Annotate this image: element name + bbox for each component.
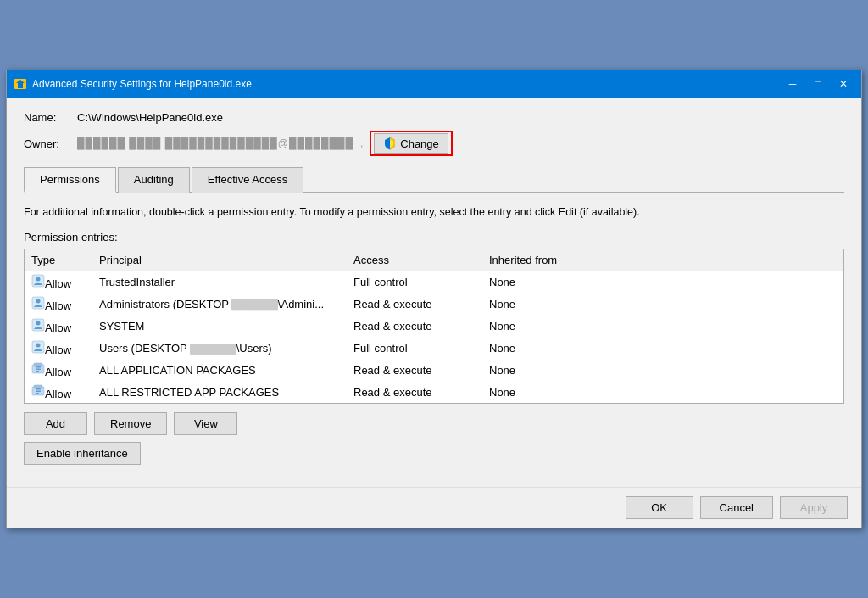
package-icon <box>31 362 45 376</box>
row-access: Full control <box>347 337 482 359</box>
row-principal: Administrators (DESKTOP ███████\Admini..… <box>92 293 347 315</box>
window-controls: ─ □ ✕ <box>782 75 854 92</box>
permissions-table: Type Principal Access Inherited from All… <box>25 249 843 404</box>
row-type: Allow <box>45 344 71 356</box>
remove-button[interactable]: Remove <box>94 412 167 435</box>
permission-entries-label: Permission entries: <box>24 231 844 243</box>
window-title: Advanced Security Settings for HelpPane0… <box>32 78 776 90</box>
title-bar: Advanced Security Settings for HelpPane0… <box>7 70 861 98</box>
uac-shield-icon <box>383 137 397 150</box>
table-row[interactable]: AllowAdministrators (DESKTOP ███████\Adm… <box>25 293 843 315</box>
svg-rect-16 <box>36 388 41 390</box>
tab-permissions[interactable]: Permissions <box>24 167 116 193</box>
row-inherited: None <box>482 315 843 337</box>
col-inherited: Inherited from <box>482 249 843 271</box>
svg-rect-12 <box>36 368 41 370</box>
svg-point-2 <box>36 277 41 281</box>
svg-point-8 <box>36 343 41 347</box>
view-button[interactable]: View <box>174 412 237 435</box>
row-type: Allow <box>45 388 71 400</box>
user-icon <box>31 340 45 354</box>
maximize-button[interactable]: □ <box>807 75 829 92</box>
table-row[interactable]: AllowTrustedInstallerFull controlNone <box>25 271 843 293</box>
table-row[interactable]: AllowUsers (DESKTOP ███████\Users)Full c… <box>25 337 843 359</box>
minimize-button[interactable]: ─ <box>782 75 804 92</box>
dialog-content: Name: C:\Windows\HelpPane0ld.exe Owner: … <box>7 98 861 487</box>
close-button[interactable]: ✕ <box>832 75 854 92</box>
window-icon <box>14 77 27 91</box>
table-row[interactable]: AllowALL APPLICATION PACKAGESRead & exec… <box>25 359 843 381</box>
row-inherited: None <box>482 381 843 403</box>
row-inherited: None <box>482 293 843 315</box>
ok-button[interactable]: OK <box>626 496 693 519</box>
user-icon <box>31 318 45 332</box>
cancel-button[interactable]: Cancel <box>700 496 773 519</box>
svg-point-4 <box>36 299 41 303</box>
permissions-panel: For additional information, double-click… <box>24 193 844 473</box>
table-header-row: Type Principal Access Inherited from <box>25 249 843 271</box>
change-owner-button[interactable]: Change <box>374 133 448 154</box>
description-text: For additional information, double-click… <box>24 205 844 221</box>
row-principal: ALL RESTRICTED APP PACKAGES <box>92 381 347 403</box>
row-inherited: None <box>482 359 843 381</box>
row-type: Allow <box>45 299 71 312</box>
add-button[interactable]: Add <box>24 412 87 435</box>
table-row[interactable]: AllowSYSTEMRead & executeNone <box>25 315 843 337</box>
row-type-cell: Allow <box>25 293 92 315</box>
row-type-cell: Allow <box>25 271 92 293</box>
change-owner-label: Change <box>400 137 439 150</box>
col-access: Access <box>347 249 482 271</box>
row-access: Read & execute <box>347 381 482 403</box>
tab-auditing[interactable]: Auditing <box>118 167 190 193</box>
user-icon <box>31 296 45 310</box>
tab-effective-access[interactable]: Effective Access <box>192 167 303 193</box>
table-row[interactable]: AllowALL RESTRICTED APP PACKAGESRead & e… <box>25 381 843 403</box>
name-row: Name: C:\Windows\HelpPane0ld.exe <box>24 111 844 124</box>
dialog-footer: OK Cancel Apply <box>7 487 861 528</box>
svg-rect-13 <box>36 371 39 372</box>
row-principal: TrustedInstaller <box>92 271 347 293</box>
svg-point-6 <box>36 321 41 325</box>
svg-rect-18 <box>36 393 39 394</box>
owner-value: ██████ ████ ██████████████@████████ <box>77 137 353 149</box>
row-principal: SYSTEM <box>92 315 347 337</box>
permissions-table-container: Type Principal Access Inherited from All… <box>24 249 844 405</box>
col-type: Type <box>25 249 92 271</box>
row-access: Full control <box>347 271 482 293</box>
svg-rect-10 <box>34 363 42 366</box>
row-principal: ALL APPLICATION PACKAGES <box>92 359 347 381</box>
row-type-cell: Allow <box>25 337 92 359</box>
row-type-cell: Allow <box>25 381 92 403</box>
svg-rect-11 <box>36 366 41 368</box>
row-access: Read & execute <box>347 315 482 337</box>
row-inherited: None <box>482 271 843 293</box>
package-icon <box>31 384 45 398</box>
row-access: Read & execute <box>347 359 482 381</box>
row-principal: Users (DESKTOP ███████\Users) <box>92 337 347 359</box>
row-type: Allow <box>45 277 71 290</box>
user-icon <box>31 274 45 288</box>
tab-bar: Permissions Auditing Effective Access <box>24 166 844 193</box>
main-window: Advanced Security Settings for HelpPane0… <box>6 70 862 528</box>
row-type-cell: Allow <box>25 315 92 337</box>
permission-action-buttons: Add Remove View <box>24 412 844 435</box>
change-button-highlight: Change <box>370 131 453 156</box>
row-type: Allow <box>45 321 71 334</box>
row-type: Allow <box>45 366 71 378</box>
row-inherited: None <box>482 337 843 359</box>
apply-button[interactable]: Apply <box>780 496 848 519</box>
svg-rect-15 <box>34 385 42 388</box>
enable-inheritance-button[interactable]: Enable inheritance <box>24 442 141 465</box>
svg-rect-17 <box>36 390 41 392</box>
name-value: C:\Windows\HelpPane0ld.exe <box>77 111 223 124</box>
col-principal: Principal <box>92 249 347 271</box>
owner-row: Owner: ██████ ████ ██████████████@██████… <box>24 131 844 156</box>
owner-label: Owner: <box>24 137 70 150</box>
row-access: Read & execute <box>347 293 482 315</box>
name-label: Name: <box>24 111 70 124</box>
row-type-cell: Allow <box>25 359 92 381</box>
